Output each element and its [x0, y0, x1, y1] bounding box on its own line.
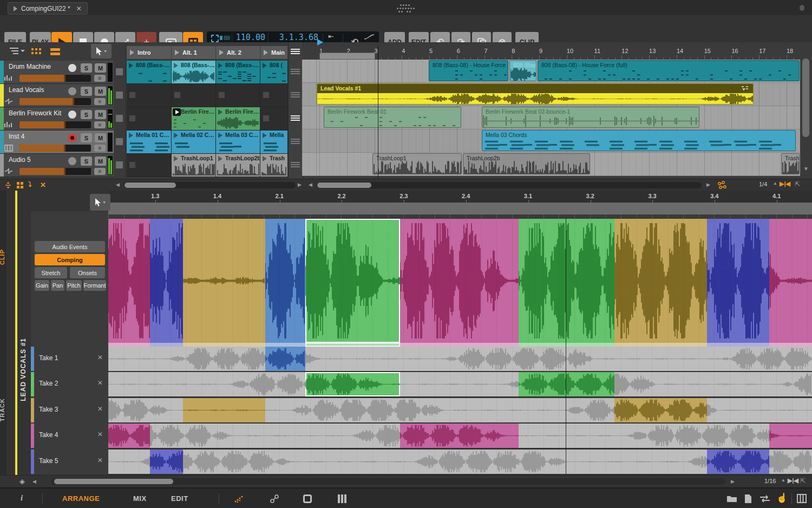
- track-name[interactable]: Audio 5: [9, 156, 31, 164]
- gain-button[interactable]: Gain: [35, 280, 49, 291]
- arranger-scroll-left-icon[interactable]: ◀: [309, 182, 312, 187]
- mute-button[interactable]: M: [95, 63, 106, 73]
- comp-segment[interactable]: [150, 219, 183, 343]
- comp-strip-segment[interactable]: [183, 343, 265, 347]
- clip-selection-band[interactable]: [108, 203, 812, 215]
- mute-button[interactable]: M: [95, 133, 106, 142]
- empty-clip-slot[interactable]: [172, 84, 216, 107]
- single-window-icon[interactable]: [303, 494, 312, 503]
- take-label-1[interactable]: Take 1✕: [31, 347, 108, 371]
- grid-caret-icon[interactable]: ▲: [781, 478, 785, 483]
- scene-header-intro[interactable]: Intro: [127, 46, 172, 60]
- stop-clips-button[interactable]: [116, 138, 123, 145]
- track-name[interactable]: Drum Machine: [9, 63, 51, 70]
- arrangement-clip[interactable]: 808 (Bas: [509, 60, 536, 81]
- solo-button[interactable]: S: [81, 110, 92, 119]
- take-row-4[interactable]: [108, 424, 812, 448]
- tempo-value[interactable]: 110.00: [236, 32, 265, 43]
- arranger-hscrollbar[interactable]: [316, 182, 702, 188]
- track-menu-button[interactable]: ≡: [94, 98, 106, 105]
- clip-slot[interactable]: TrashLoop1: [172, 154, 216, 177]
- comp-strip-segment[interactable]: [614, 343, 707, 347]
- track-name[interactable]: Inst 4: [9, 133, 24, 140]
- stop-clips-button[interactable]: [116, 92, 123, 99]
- scene-header-main[interactable]: Main: [260, 46, 288, 60]
- take-label-5[interactable]: Take 5✕: [31, 450, 108, 474]
- clip-slot[interactable]: Mella: [260, 131, 288, 154]
- clip-hscroll-thumb[interactable]: [54, 479, 173, 484]
- scene-row-icon[interactable]: [291, 139, 300, 145]
- arrangement-clip[interactable]: Berlin Firework Beat 02-bounce-1: [482, 107, 699, 128]
- stop-clips-button[interactable]: [116, 161, 123, 168]
- scene-row-icon[interactable]: [291, 69, 300, 75]
- project-tab[interactable]: CompingGUI22 * ✕: [8, 2, 88, 15]
- formant-button[interactable]: Formant: [83, 280, 106, 291]
- volume-slider[interactable]: [19, 98, 91, 105]
- scene-row-icon[interactable]: [291, 115, 300, 122]
- punch-in-icon[interactable]: ⇤: [328, 32, 333, 40]
- clip-slot[interactable]: 808 (Bass-…: [172, 61, 216, 84]
- clip-scroll-right-icon[interactable]: ▶: [731, 479, 735, 484]
- tab-arrange[interactable]: ARRANGE: [62, 494, 100, 503]
- tab-track[interactable]: TRACK: [0, 398, 5, 422]
- clip-grid-value[interactable]: 1/16: [764, 478, 776, 484]
- clip-slot[interactable]: Berlin Fire…: [172, 107, 216, 131]
- volume-slider[interactable]: [19, 75, 91, 82]
- empty-clip-slot[interactable]: [216, 84, 260, 107]
- scene-play-icon[interactable]: [219, 50, 224, 55]
- mute-button[interactable]: M: [95, 157, 106, 166]
- launcher-grid-icon[interactable]: [31, 47, 42, 56]
- clip-slot[interactable]: TrashLoop2b: [216, 154, 260, 177]
- track-header[interactable]: Audio 5SM≡: [0, 154, 114, 177]
- comp-strip-segment[interactable]: [108, 343, 150, 347]
- comp-segment[interactable]: [519, 219, 614, 343]
- record-arm-button[interactable]: [68, 87, 76, 95]
- stretch-button[interactable]: Stretch: [35, 267, 67, 278]
- take-label-3[interactable]: Take 3✕: [31, 398, 108, 422]
- volume-slider[interactable]: [19, 121, 91, 128]
- mute-button[interactable]: M: [95, 110, 106, 119]
- comping-button[interactable]: Comping: [35, 254, 105, 265]
- take-row-5[interactable]: [108, 450, 812, 474]
- snap-toggle-icon[interactable]: ▶|◀: [788, 477, 798, 484]
- stop-clips-button[interactable]: [116, 115, 123, 122]
- take-row-2[interactable]: [108, 372, 812, 396]
- position-value[interactable]: 3.1.3.68: [279, 32, 318, 43]
- scene-header-alt-1[interactable]: Alt. 1: [172, 46, 216, 60]
- arrangement-clip[interactable]: TrashLoop1: [781, 153, 800, 174]
- empty-clip-slot[interactable]: [127, 154, 172, 177]
- pan-button[interactable]: Pan: [51, 280, 64, 291]
- volume-slider[interactable]: [19, 145, 91, 152]
- comp-segment[interactable]: [305, 219, 400, 343]
- clip-slot[interactable]: Trash: [260, 154, 288, 177]
- track-header[interactable]: Berlin Firework KitSM≡: [0, 107, 114, 131]
- clip-slot[interactable]: 808 (: [260, 61, 288, 84]
- arranger-vertical-scrollbar[interactable]: ▼: [800, 42, 812, 179]
- empty-clip-slot[interactable]: [127, 84, 172, 107]
- launcher-scroll-left-icon[interactable]: ◀: [116, 182, 120, 187]
- track-menu-button[interactable]: ≡: [94, 145, 106, 152]
- comp-strip-segment[interactable]: [769, 343, 812, 347]
- comp-strip-segment[interactable]: [265, 343, 305, 347]
- scene-row-icon[interactable]: [291, 92, 300, 99]
- empty-clip-slot[interactable]: [127, 107, 172, 131]
- take-label-4[interactable]: Take 4✕: [31, 424, 108, 448]
- comp-strip-segment[interactable]: [305, 343, 400, 347]
- record-arm-button[interactable]: [68, 134, 76, 142]
- track-menu-button[interactable]: ≡: [94, 121, 106, 128]
- layered-editing-icon[interactable]: [16, 181, 24, 189]
- scroll-down-icon[interactable]: ▼: [803, 166, 809, 172]
- tab-mix[interactable]: MIX: [133, 494, 147, 503]
- record-arm-button[interactable]: [68, 64, 76, 72]
- arrangement-clip[interactable]: Lead Vocals #1: [317, 83, 754, 105]
- take-comp-region[interactable]: [183, 398, 265, 422]
- touch-mode-icon[interactable]: ☝: [776, 492, 788, 504]
- comp-editor-area[interactable]: [108, 219, 812, 343]
- take-row-1[interactable]: [108, 347, 812, 371]
- comp-segment[interactable]: [707, 219, 769, 343]
- zoom-to-fit-icon[interactable]: ⇱: [795, 180, 800, 188]
- solo-button[interactable]: S: [81, 87, 92, 96]
- track-menu-button[interactable]: ≡: [94, 75, 106, 82]
- arranger-grid-value[interactable]: 1/4: [759, 181, 767, 187]
- track-menu-button[interactable]: ≡: [94, 168, 106, 175]
